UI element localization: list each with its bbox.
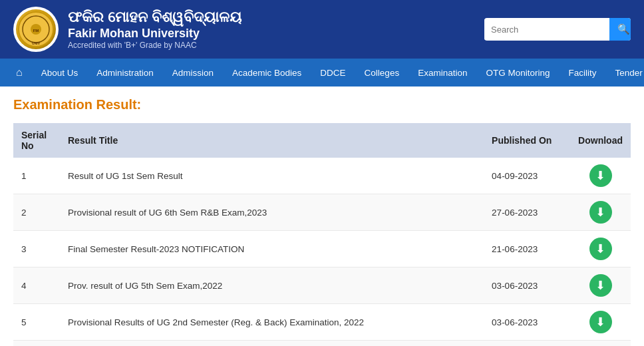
- table-row: 5Provisional Results of UG 2nd Semester …: [13, 304, 631, 341]
- cell-download: ⬇: [570, 231, 631, 267]
- download-icon: ⬇: [595, 316, 605, 328]
- nav-otg-monitoring[interactable]: OTG Monitoring: [476, 60, 559, 86]
- cell-date: 03-06-2023: [484, 267, 570, 304]
- university-name-odia: ଫକିର ମୋହନ ବିଶ୍ୱବିଦ୍ୟାଳୟ: [68, 9, 242, 26]
- nav-home[interactable]: ⌂: [7, 59, 32, 86]
- cell-title: Prov. result of UG 5th Sem Exam,2022: [60, 267, 484, 304]
- search-input[interactable]: [484, 19, 609, 40]
- svg-text:UNIV: UNIV: [32, 41, 41, 45]
- col-header-serial: Serial No: [13, 123, 60, 158]
- download-icon: ⬇: [595, 243, 605, 255]
- header: FM UNIV ଫକିର ମୋହନ ବିଶ୍ୱବିଦ୍ୟାଳୟ Fakir Mo…: [0, 0, 644, 59]
- download-icon: ⬇: [595, 279, 605, 291]
- cell-date: 27-06-2023: [484, 194, 570, 231]
- cell-download: ⬇: [570, 341, 631, 347]
- cell-title: Final Semester Result-2023 NOTIFICATION: [60, 231, 484, 267]
- accreditation-text: Accredited with 'B+' Grade by NAAC: [68, 41, 242, 50]
- nav-about-us[interactable]: About Us: [32, 60, 88, 86]
- download-button[interactable]: ⬇: [589, 164, 612, 187]
- cell-download: ⬇: [570, 267, 631, 304]
- download-button[interactable]: ⬇: [589, 238, 612, 260]
- cell-date: 31-05-2023: [484, 341, 570, 347]
- cell-title: Provisional result of UG 6th Sem R&B Exa…: [60, 194, 484, 231]
- table-row: 4Prov. result of UG 5th Sem Exam,202203-…: [13, 267, 631, 304]
- table-row: 2Provisional result of UG 6th Sem R&B Ex…: [13, 194, 631, 231]
- cell-serial: 2: [13, 194, 60, 231]
- svg-text:FM: FM: [33, 29, 39, 33]
- results-table: Serial No Result Title Published On Down…: [13, 123, 631, 346]
- search-button[interactable]: 🔍: [609, 18, 631, 41]
- university-name-en: Fakir Mohan University: [68, 27, 242, 41]
- table-row: 6Provisional Result31-05-2023⬇: [13, 341, 631, 347]
- download-button[interactable]: ⬇: [589, 274, 612, 297]
- nav-administration[interactable]: Administration: [87, 60, 163, 86]
- cell-download: ⬇: [570, 194, 631, 231]
- cell-serial: 3: [13, 231, 60, 267]
- cell-title: Provisional Results of UG 2nd Semester (…: [60, 304, 484, 341]
- cell-serial: 1: [13, 158, 60, 194]
- download-icon: ⬇: [595, 206, 605, 218]
- download-icon: ⬇: [595, 170, 605, 182]
- table-row: 1Result of UG 1st Sem Result04-09-2023⬇: [13, 158, 631, 194]
- download-button[interactable]: ⬇: [589, 201, 612, 224]
- cell-serial: 6: [13, 341, 60, 347]
- cell-serial: 5: [13, 304, 60, 341]
- search-box[interactable]: 🔍: [484, 18, 631, 41]
- col-header-date: Published On: [484, 123, 570, 158]
- nav-academic-bodies[interactable]: Academic Bodies: [223, 60, 311, 86]
- table-body: 1Result of UG 1st Sem Result04-09-2023⬇2…: [13, 158, 631, 346]
- col-header-title: Result Title: [60, 123, 484, 158]
- navigation: ⌂ About Us Administration Admission Acad…: [0, 59, 644, 86]
- header-left: FM UNIV ଫକିର ମୋହନ ବିଶ୍ୱବିଦ୍ୟାଳୟ Fakir Mo…: [13, 7, 242, 52]
- cell-date: 03-06-2023: [484, 304, 570, 341]
- nav-ddce[interactable]: DDCE: [311, 60, 355, 86]
- cell-download: ⬇: [570, 304, 631, 341]
- cell-date: 04-09-2023: [484, 158, 570, 194]
- nav-examination[interactable]: Examination: [408, 60, 476, 86]
- nav-admission[interactable]: Admission: [163, 60, 223, 86]
- cell-date: 21-06-2023: [484, 231, 570, 267]
- download-button[interactable]: ⬇: [589, 311, 612, 333]
- table-row: 3Final Semester Result-2023 NOTIFICATION…: [13, 231, 631, 267]
- nav-colleges[interactable]: Colleges: [355, 60, 409, 86]
- university-info: ଫକିର ମୋହନ ବିଶ୍ୱବିଦ୍ୟାଳୟ Fakir Mohan Univ…: [68, 9, 242, 49]
- cell-title: Result of UG 1st Sem Result: [60, 158, 484, 194]
- logo-emblem: FM UNIV: [16, 9, 56, 49]
- cell-serial: 4: [13, 267, 60, 304]
- main-content: Examination Result: Serial No Result Tit…: [0, 86, 644, 346]
- table-header: Serial No Result Title Published On Down…: [13, 123, 631, 158]
- page-title: Examination Result:: [13, 97, 631, 112]
- nav-tender[interactable]: Tender: [605, 60, 644, 86]
- cell-download: ⬇: [570, 158, 631, 194]
- col-header-download: Download: [570, 123, 631, 158]
- university-logo: FM UNIV: [13, 7, 59, 52]
- cell-title: Provisional Result: [60, 341, 484, 347]
- nav-facility[interactable]: Facility: [559, 60, 605, 86]
